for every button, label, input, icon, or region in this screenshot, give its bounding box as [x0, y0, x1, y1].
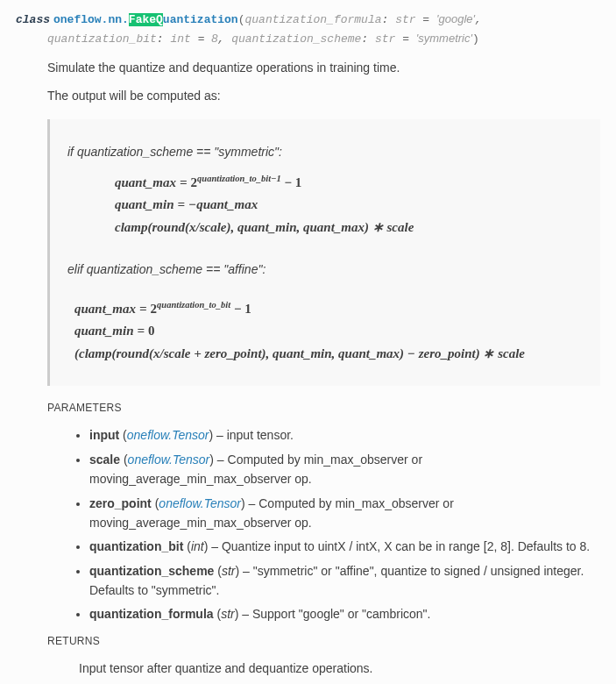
sig-name: FakeQuantization — [129, 13, 238, 26]
paren-close: ) — [472, 32, 479, 46]
sig-name-highlight: FakeQ — [129, 13, 163, 26]
m-sym: quant_max — [115, 175, 176, 189]
param-name: input — [89, 428, 119, 442]
m-eq: = — [180, 175, 188, 189]
param-type: int — [191, 539, 204, 553]
desc-line-1: Simulate the quantize and dequantize ope… — [47, 58, 600, 77]
sig-name-rest: uantization — [163, 13, 238, 26]
math-symmetric: quant_max=2quantization_to_bit−1 − 1 qua… — [115, 171, 535, 239]
m-expr: (clamp(round(x/scale + zero_point), quan… — [74, 346, 525, 360]
m-base: 2 — [191, 175, 198, 189]
param-name: zero_point — [89, 496, 152, 510]
param-type: str — [221, 607, 235, 621]
param-name: quantization_bit — [89, 539, 183, 553]
case-symmetric: if quantization_scheme == "symmetric": — [67, 142, 583, 161]
paren-open: ( — [238, 13, 245, 26]
param-desc: Quantize input to uintX / intX, X can be… — [222, 539, 590, 553]
arg-name: quantization_bit — [47, 32, 157, 46]
param-desc: Support "google" or "cambricon". — [252, 607, 431, 621]
m-expr: clamp(round(x/scale), quant_min, quant_m… — [115, 220, 414, 234]
m-exp: quantization_to_bit−1 — [197, 174, 281, 183]
param-type-link[interactable]: oneflow.Tensor — [159, 496, 241, 510]
param-item: quantization_scheme (str) – "symmetric" … — [89, 561, 600, 601]
param-name: scale — [89, 452, 120, 467]
m-eq: = — [138, 324, 145, 338]
param-name: quantization_formula — [89, 607, 214, 621]
param-list: input (oneflow.Tensor) – input tensor. s… — [47, 425, 600, 624]
m-sym: quant_min — [115, 197, 174, 211]
param-name: quantization_scheme — [89, 564, 214, 578]
arg-type: str — [375, 32, 395, 46]
math-block: if quantization_scheme == "symmetric": q… — [47, 119, 600, 386]
m-base: 2 — [151, 302, 158, 316]
case-affine: elif quantization_scheme == "affine": — [67, 260, 583, 279]
sig-prename: oneflow.nn. — [53, 13, 129, 26]
m-exp: quantization_to_bit — [157, 300, 230, 310]
arg-name: quantization_formula — [245, 13, 382, 26]
m-expr: 0 — [148, 324, 155, 338]
param-item: quantization_formula (str) – Support "go… — [89, 604, 600, 623]
math-affine-scroll[interactable]: quant_max=2quantization_to_bit − 1 quant… — [67, 289, 583, 373]
m-eq: = — [178, 197, 186, 211]
m-tail: − 1 — [230, 302, 251, 316]
param-item: zero_point (oneflow.Tensor) – Computed b… — [89, 494, 600, 533]
param-type: str — [222, 564, 236, 578]
m-expr: −quant_max — [188, 197, 258, 211]
arg-default: 'google' — [436, 12, 475, 25]
math-affine: quant_max=2quantization_to_bit − 1 quant… — [74, 297, 583, 366]
class-signature: classoneflow.nn.FakeQuantization(quantiz… — [16, 11, 600, 49]
returns-text: Input tensor after quantize and dequanti… — [47, 659, 600, 678]
param-type-link[interactable]: oneflow.Tensor — [127, 428, 209, 442]
params-label: PARAMETERS — [47, 400, 600, 417]
param-desc: input tensor. — [227, 428, 294, 442]
returns-label: RETURNS — [47, 633, 600, 650]
m-eq: = — [139, 302, 147, 316]
m-sym: quant_min — [74, 324, 134, 338]
m-tail: − 1 — [281, 175, 302, 189]
arg-default: 'symmetric' — [416, 32, 472, 45]
param-item: quantization_bit (int) – Quantize input … — [89, 537, 600, 556]
param-item: input (oneflow.Tensor) – input tensor. — [89, 425, 600, 445]
arg-default: 8 — [211, 32, 217, 45]
desc-line-2: The output will be computed as: — [47, 86, 600, 105]
property-kw: class — [16, 13, 53, 26]
arg-name: quantization_scheme — [231, 32, 361, 46]
param-type-link[interactable]: oneflow.Tensor — [128, 452, 210, 467]
m-sym: quant_max — [74, 302, 136, 316]
arg-type: str — [395, 13, 415, 26]
param-item: scale (oneflow.Tensor) – Computed by min… — [89, 450, 600, 489]
arg-type: int — [170, 32, 190, 46]
